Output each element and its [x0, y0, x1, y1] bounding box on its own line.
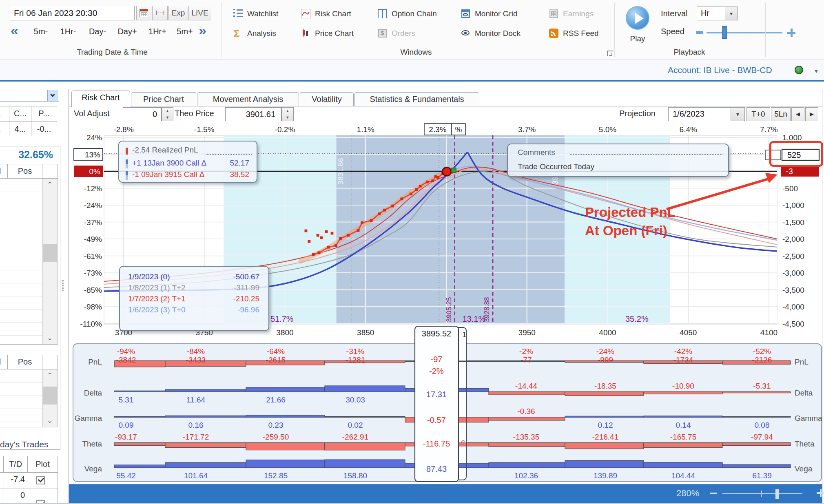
vol-adjust-spinner[interactable]: ▲▼ — [162, 107, 173, 121]
step-button-1hr[interactable]: 1Hr+ — [144, 25, 171, 38]
projection-date-label: 1/8/2023 (1) T+2 — [128, 283, 186, 292]
grid-line — [28, 473, 28, 489]
lines-count-button[interactable]: 5Ln — [771, 107, 791, 121]
t-plus-button[interactable]: T+0 — [746, 107, 770, 121]
table-row — [0, 231, 42, 231]
timebar-button[interactable]: ⊦⊣ — [152, 6, 168, 20]
risk-chart-icon — [301, 9, 310, 18]
svg-text:35.2%: 35.2% — [625, 314, 649, 323]
svg-text:61.39: 61.39 — [752, 471, 772, 480]
trading-datetime-field[interactable]: Fri 06 Jan 2023 20:30 — [10, 6, 135, 20]
tab-risk-chart[interactable]: Risk Chart — [71, 91, 130, 107]
svg-text:-110%: -110% — [80, 320, 102, 328]
todays-trades-table: T/DPlot-7.40 — [0, 456, 58, 504]
speed-slider-track[interactable] — [707, 32, 782, 33]
column-header: el — [0, 355, 8, 369]
position-leg-delta: 38.52 — [221, 170, 249, 179]
earnings-icon — [549, 9, 558, 18]
column-header — [42, 164, 58, 179]
scrollbar[interactable]: ⌃⌄ — [42, 179, 57, 344]
theo-price-input[interactable]: 3901.61 — [225, 107, 281, 121]
step-far-forward-button[interactable]: » — [199, 22, 206, 38]
svg-text:-500: -500 — [782, 184, 798, 193]
projection-prev-button[interactable]: ◀ — [791, 107, 804, 121]
position-leg-label: +1 13Jan 3900 Call Δ — [132, 159, 206, 168]
step-button-day[interactable]: Day- — [84, 25, 111, 38]
scrollbar-thumb[interactable] — [43, 387, 57, 405]
svg-text:-1734: -1734 — [673, 356, 693, 364]
greeks-row-label: Gamma — [74, 414, 102, 422]
scroll-up-icon[interactable]: ⌃ — [43, 371, 57, 380]
step-button-day[interactable]: Day+ — [113, 25, 141, 38]
projection-date-label: 1/7/2023 (2) T+1 — [128, 294, 186, 303]
speed-increase-icon[interactable] — [787, 29, 795, 37]
theo-price-spinner[interactable]: ▲▼ — [281, 107, 294, 121]
grid-line — [8, 179, 8, 344]
svg-text:-2615: -2615 — [266, 356, 286, 364]
speed-decrease-icon[interactable] — [696, 31, 703, 34]
scroll-up-icon[interactable]: ⌃ — [43, 180, 57, 189]
plot-checkbox[interactable] — [36, 476, 45, 484]
step-button-5m[interactable]: 5m- — [29, 25, 52, 38]
svg-text:%: % — [455, 125, 462, 134]
tab-price-chart[interactable]: Price Chart — [131, 92, 196, 106]
projection-next-button[interactable]: ▶ — [805, 107, 818, 121]
symbol-combobox[interactable] — [0, 89, 59, 102]
position-leg-icon — [126, 171, 128, 180]
speed-slider-thumb[interactable] — [722, 26, 727, 39]
account-label[interactable]: Account: IB Live - BWB-CD — [668, 65, 772, 75]
splitter-handle[interactable] — [62, 280, 64, 291]
table-row — [0, 218, 42, 218]
interval-select[interactable]: Hr ▾ — [697, 7, 738, 20]
position-leg-icon — [126, 159, 128, 168]
group-label-playback: Playback — [653, 48, 726, 57]
scroll-down-icon[interactable]: ⌄ — [43, 416, 57, 425]
group-label-trading-datetime: Trading Date & Time — [24, 48, 200, 57]
spin-up-icon[interactable]: ▲ — [282, 108, 293, 114]
vol-adjust-input[interactable]: 0 — [123, 107, 162, 121]
scrollbar[interactable]: ⌃⌄ — [42, 369, 57, 427]
projection-date-value: -500.67 — [215, 272, 259, 281]
svg-text:-0.2%: -0.2% — [275, 125, 295, 134]
column-header — [42, 355, 58, 369]
svg-text:13.1%: 13.1% — [463, 314, 486, 323]
step-button-1hr[interactable]: 1Hr- — [55, 25, 81, 38]
play-button[interactable] — [626, 6, 649, 30]
projection-date-value: -311.99 — [215, 283, 259, 292]
zoom-out-icon[interactable] — [710, 493, 717, 494]
svg-text:152.85: 152.85 — [264, 471, 288, 480]
step-button-5m[interactable]: 5m+ — [173, 25, 197, 38]
live-button[interactable]: LIVE — [188, 6, 211, 20]
scrollbar-thumb[interactable] — [43, 244, 57, 262]
zoom-slider-thumb[interactable] — [775, 489, 779, 499]
calendar-button[interactable] — [136, 6, 151, 20]
comments-box: Comments Trade Occurred Today — [507, 144, 729, 177]
zoom-in-icon[interactable] — [817, 489, 824, 497]
header-divider — [0, 80, 824, 82]
monitor-grid-icon — [461, 9, 470, 18]
spin-down-icon[interactable]: ▼ — [162, 114, 173, 121]
svg-text:-42%: -42% — [674, 347, 692, 356]
tab-volatility[interactable]: Volatility — [300, 92, 354, 106]
svg-text:-97: -97 — [431, 355, 443, 364]
svg-text:-2126: -2126 — [752, 356, 772, 364]
dialog-launcher-icon[interactable] — [607, 51, 613, 56]
tab-movement-analysis[interactable]: Movement Analysis — [197, 92, 299, 106]
spin-up-icon[interactable]: ▲ — [162, 108, 173, 114]
chevron-down-icon — [47, 90, 58, 101]
tab-statistics-fundamentals[interactable]: Statistics & Fundamentals — [354, 92, 479, 106]
column-header: Pos — [8, 355, 42, 369]
step-far-back-button[interactable]: « — [11, 22, 18, 38]
current-price-box — [415, 326, 459, 482]
table-cell: 4... — [9, 121, 31, 136]
scroll-down-icon[interactable]: ⌄ — [43, 334, 57, 342]
svg-text:0.23: 0.23 — [268, 421, 284, 429]
table-cell: -0... — [31, 121, 57, 136]
spin-down-icon[interactable]: ▼ — [282, 114, 293, 121]
table-row — [0, 382, 42, 383]
account-dropdown-icon[interactable]: ▼ — [813, 68, 819, 74]
zoom-slider-track[interactable] — [722, 493, 802, 494]
ribbon-item-label: Option Chain — [392, 9, 437, 18]
exp-button[interactable]: Exp — [168, 6, 188, 20]
projection-date-select[interactable]: 1/6/2023 ▾ — [668, 107, 745, 121]
